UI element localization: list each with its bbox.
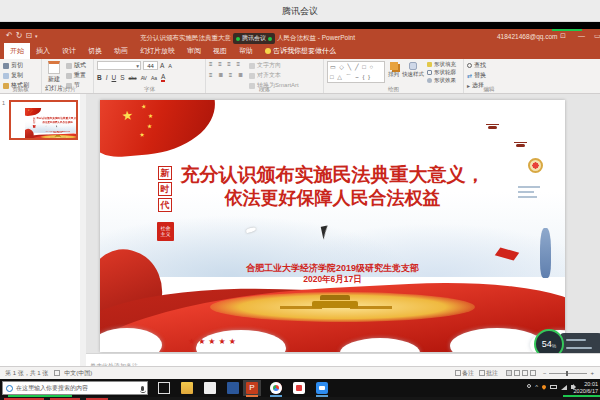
language-indicator[interactable]: 中文(中国) xyxy=(64,369,92,378)
microphone-icon[interactable] xyxy=(141,386,144,391)
slideshow-icon[interactable]: ⊡ xyxy=(25,31,35,40)
network-icon[interactable] xyxy=(561,385,567,390)
account-email[interactable]: 418421468@qq.com xyxy=(497,33,557,40)
reset-button[interactable]: 重置 xyxy=(66,71,86,80)
tab-insert[interactable]: 插入 xyxy=(30,43,56,59)
slide-canvas[interactable]: ★ ★ ★ ★ ★ 充分认识颁布实施民法典重大意义， 依法更 xyxy=(100,100,565,352)
taskbar-search-box[interactable]: 在这里输入你要搜索的内容 xyxy=(2,381,148,395)
tencent-meeting-icon[interactable] xyxy=(316,382,328,394)
slideshow-view-button[interactable] xyxy=(530,370,536,376)
tray-app-icon[interactable] xyxy=(541,384,547,390)
group-editing: 查找 ⇄替换 ▸选择 编辑 xyxy=(464,59,514,93)
clock-date: 2020/6/17 xyxy=(574,388,598,395)
shape-outline-icon xyxy=(427,70,432,75)
tencent-app-icon[interactable] xyxy=(293,382,305,394)
word-icon[interactable] xyxy=(227,382,239,394)
italic-button[interactable]: I xyxy=(106,74,108,81)
powerpoint-icon[interactable]: P xyxy=(246,382,258,394)
task-view-button[interactable] xyxy=(158,382,170,394)
tab-animations[interactable]: 动画 xyxy=(108,43,134,59)
copy-button[interactable]: 复制 xyxy=(3,71,38,80)
text-direction-button[interactable]: 文字方向 xyxy=(249,61,299,70)
font-color-button[interactable]: A xyxy=(161,73,165,82)
tab-help[interactable]: 帮助 xyxy=(233,43,259,59)
align-buttons[interactable]: ≡ ≣ ≡ ≣ xyxy=(209,71,245,78)
people-icon[interactable] xyxy=(527,384,531,388)
chrome-icon[interactable] xyxy=(270,382,282,394)
slide-thumbnail[interactable]: ★ ★ ★ ★ ★ 充分认识颁布实施民法典重大意义， 依法更 xyxy=(9,100,78,140)
document-title-left: 充分认识颁布实施民法典重大意 xyxy=(140,34,231,43)
zoom-slider[interactable] xyxy=(549,373,587,374)
stars-row: ★★★★★ xyxy=(188,337,239,346)
group-label: 段落 xyxy=(206,86,323,93)
list-buttons[interactable]: ≡ ≡ ≡ ≡ xyxy=(209,61,245,67)
tab-slideshow[interactable]: 幻灯片放映 xyxy=(134,43,181,59)
quick-access-toolbar[interactable]: ↶↻⊡▾ xyxy=(6,31,41,40)
copy-icon xyxy=(3,73,9,79)
shape-effects-button[interactable]: 形状效果 xyxy=(427,77,456,84)
shrink-font-button[interactable]: A xyxy=(168,63,172,69)
notes-toggle-icon[interactable] xyxy=(455,370,461,376)
perf-value: 54 xyxy=(542,339,552,349)
system-tray[interactable]: ^ xyxy=(527,384,574,390)
slide-sorter-view-button[interactable] xyxy=(514,370,520,376)
minimize-button[interactable]: — xyxy=(578,32,585,39)
layout-button[interactable]: 版式 xyxy=(66,61,86,70)
letterbox-bar xyxy=(0,22,600,29)
shape-effects-icon xyxy=(427,78,432,83)
zoom-slider-handle[interactable] xyxy=(566,371,568,376)
arrange-button[interactable]: 排列 xyxy=(388,61,399,85)
text-shadow-button[interactable]: S xyxy=(120,74,124,81)
font-size-select[interactable]: 44 xyxy=(143,61,158,70)
new-slide-button[interactable]: 新建 幻灯片 xyxy=(45,61,63,85)
tab-transitions[interactable]: 切换 xyxy=(82,43,108,59)
slide-canvas[interactable]: ★ ★ ★ ★ ★ 充分认识颁布实施民法典重大意义， 依法更 xyxy=(25,108,78,140)
shape-outline-button[interactable]: 形状轮廓 xyxy=(427,69,456,76)
shapes-gallery[interactable]: ▭ ◇ ╲ ╱ □ ○ □ △ ⌒ ~ { } xyxy=(327,61,385,83)
tell-me-box[interactable]: 告诉我你想要做什么 xyxy=(259,43,342,59)
taskbar-clock[interactable]: 20:01 2020/6/17 xyxy=(574,381,598,395)
zoom-in-button[interactable]: + xyxy=(590,370,594,376)
bold-button[interactable]: B xyxy=(97,74,102,81)
zoom-out-button[interactable]: − xyxy=(543,370,547,376)
group-label: 绘图 xyxy=(324,86,463,93)
maximize-button[interactable]: ▭ xyxy=(594,32,600,40)
show-hidden-icons[interactable]: ^ xyxy=(535,384,538,390)
replace-button[interactable]: ⇄替换 xyxy=(467,71,511,80)
qat-dropdown-icon[interactable]: ▾ xyxy=(35,33,41,39)
tab-review[interactable]: 审阅 xyxy=(181,43,207,59)
notes-toggle[interactable]: 备注 xyxy=(462,369,474,378)
tab-view[interactable]: 视图 xyxy=(207,43,233,59)
font-name-select[interactable]: ▾ xyxy=(97,61,141,70)
quick-styles-button[interactable]: 快速样式 xyxy=(402,61,424,85)
normal-view-button[interactable] xyxy=(506,370,512,376)
shape-fill-icon xyxy=(427,62,432,67)
tab-design[interactable]: 设计 xyxy=(56,43,82,59)
change-case-button[interactable]: Aa xyxy=(151,75,157,81)
comments-toggle[interactable]: 批注 xyxy=(486,369,498,378)
find-button[interactable]: 查找 xyxy=(467,61,511,70)
battery-icon[interactable] xyxy=(550,385,557,389)
undo-icon[interactable]: ↶ xyxy=(6,31,16,40)
underline-button[interactable]: U xyxy=(112,74,117,81)
comments-toggle-icon[interactable] xyxy=(479,370,485,376)
tab-home[interactable]: 开始 xyxy=(4,43,30,59)
microsoft-store-icon[interactable] xyxy=(204,382,216,394)
spellcheck-icon[interactable] xyxy=(54,370,60,376)
align-text-button[interactable]: 对齐文本 xyxy=(249,71,299,80)
arrange-icon xyxy=(390,62,398,70)
grow-font-button[interactable]: A xyxy=(160,62,164,69)
clock-time: 20:01 xyxy=(574,381,598,388)
reading-view-button[interactable] xyxy=(522,370,528,376)
redo-icon[interactable]: ↻ xyxy=(16,31,26,40)
ribbon-display-options-icon[interactable]: ⊡ xyxy=(560,32,566,40)
meeting-titlebar: 腾讯会议 xyxy=(0,0,600,22)
tell-me-label: 告诉我你想要做什么 xyxy=(273,46,336,56)
notes-pane[interactable]: 单击此处添加备注 xyxy=(86,353,600,366)
file-explorer-icon[interactable] xyxy=(181,382,193,394)
strikethrough-button[interactable]: abc xyxy=(129,75,137,81)
character-spacing-button[interactable]: AV xyxy=(141,75,147,81)
replace-icon: ⇄ xyxy=(467,72,472,79)
cut-button[interactable]: 剪切 xyxy=(3,61,38,70)
shape-fill-button[interactable]: 形状填充 xyxy=(427,61,456,68)
